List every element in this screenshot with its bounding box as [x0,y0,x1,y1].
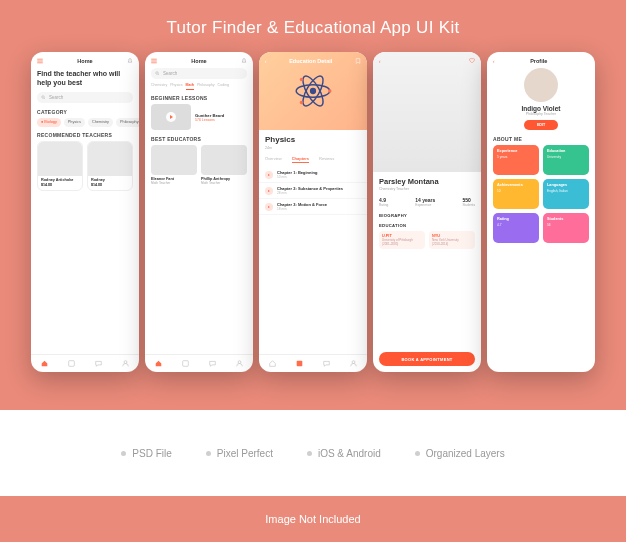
detail-tab[interactable]: Reviews [319,156,334,163]
svg-rect-13 [297,361,303,367]
uni-years: (2010-2014) [432,242,472,246]
university-row: U.PITUniversity of Pittsburgh(2001-2005)… [373,231,481,254]
edit-button[interactable]: EDIT [524,120,558,130]
bell-icon[interactable] [127,58,133,64]
about-grid: Experience5 yearsEducationUniversityAchi… [487,145,595,247]
profile-role: Philosophy Teacher [487,112,595,120]
search-input[interactable]: Search [37,92,133,103]
avatar[interactable] [524,68,558,102]
chat-icon[interactable] [323,360,330,367]
chapter-meta: 28 min [277,191,343,195]
feature-label: iOS & Android [318,448,381,459]
hero-text: Find the teacher who will help you best [31,68,139,92]
about-card-value: English, Italian [547,187,585,193]
lesson-thumbnail[interactable] [151,104,191,130]
subject-duration: 24m [259,146,367,154]
book-icon[interactable] [182,360,189,367]
bullet-icon [121,451,126,456]
bookmark-icon[interactable] [355,58,361,64]
tabbar [31,354,139,372]
svg-point-11 [300,78,303,81]
educator-role: Math Teacher [151,181,197,185]
education-label: EDUCATION [373,221,481,231]
educator-card[interactable]: Phillip AnthropyMath Teacher [201,145,247,185]
about-card[interactable]: EducationUniversity [543,145,589,175]
svg-point-6 [310,88,316,94]
feature-label: Pixel Perfect [217,448,273,459]
feature-item: iOS & Android [307,448,381,459]
chat-icon[interactable] [209,360,216,367]
teacher-card[interactable]: Rodney Artichoke$14.00 [37,141,83,191]
subject-tab[interactable]: Philosophy [197,83,215,90]
user-icon[interactable] [122,360,129,367]
subject-tab[interactable]: Math [186,83,194,90]
chapter-meta: 18 min [277,207,327,211]
bell-icon[interactable] [241,58,247,64]
teacher-card[interactable]: Rodney$14.00 [87,141,133,191]
about-card[interactable]: Achievements10 [493,179,539,209]
subject-tab[interactable]: Physics [170,83,182,90]
stat-item: 550Students [462,197,475,207]
detail-tab[interactable]: Chapters [292,156,309,163]
book-icon[interactable] [68,360,75,367]
header-title: Profile [495,58,584,64]
educator-photo [151,145,197,175]
about-card[interactable]: Rating4.7 [493,213,539,243]
header-title: Home [43,58,127,64]
chapter-meta: 10 min [277,175,317,179]
home-icon[interactable] [155,360,162,367]
chapter-item[interactable]: Chapter 3: Motion & Force18 min [259,199,367,215]
detail-tab[interactable]: Overview [265,156,282,163]
heart-icon[interactable] [469,58,475,64]
category-chip[interactable]: Philosophy [116,118,139,127]
home-icon[interactable] [41,360,48,367]
lesson-card[interactable]: Gunther Beard 576 Lessons [145,104,253,134]
book-appointment-button[interactable]: BOOK A APPOINTMENT [379,352,475,366]
chapter-item[interactable]: Chapter 2: Substance & Properties28 min [259,183,367,199]
stat-label: Experience [415,203,435,207]
play-icon[interactable] [265,187,273,195]
footnote: Image Not Included [0,496,626,542]
user-icon[interactable] [350,360,357,367]
about-me-label: ABOUT ME [487,134,595,145]
play-icon[interactable] [166,112,176,122]
category-chip[interactable]: ● Biology [37,118,61,127]
teacher-photo [38,142,82,176]
about-card-value: 5 years [497,153,535,159]
category-chip[interactable]: Chemistry [88,118,113,127]
subject-tab[interactable]: Chemistry [151,83,167,90]
play-icon[interactable] [265,203,273,211]
about-card-value: University [547,153,585,159]
back-icon[interactable]: ‹ [379,59,381,64]
university-card: U.PITUniversity of Pittsburgh(2001-2005) [379,231,425,249]
header-title: Home [157,58,241,64]
search-icon [41,95,46,100]
book-icon[interactable] [296,360,303,367]
about-card[interactable]: Students56 [543,213,589,243]
feature-label: Organized Layers [426,448,505,459]
user-icon[interactable] [236,360,243,367]
search-input[interactable]: Search [151,68,247,79]
feature-row: PSD FilePixel PerfectiOS & AndroidOrgani… [0,410,626,496]
home-icon[interactable] [269,360,276,367]
bullet-icon [307,451,312,456]
about-card-value: 10 [497,187,535,193]
kit-title: Tutor Finder & Educational App UI Kit [0,0,626,52]
header-title: Education Detail [267,58,356,64]
about-card[interactable]: Experience5 years [493,145,539,175]
teacher-price: $14.00 [88,182,132,190]
educator-grid: Eleanor FantMath TeacherPhillip Anthropy… [145,145,253,185]
teacher-price: $14.00 [38,182,82,190]
teacher-scroll[interactable]: Rodney Artichoke$14.00Rodney$14.00 [31,141,139,195]
about-card[interactable]: LanguagesEnglish, Italian [543,179,589,209]
chat-icon[interactable] [95,360,102,367]
teacher-photo [373,52,481,172]
svg-point-2 [124,361,127,364]
educator-card[interactable]: Eleanor FantMath Teacher [151,145,197,185]
subject-tab[interactable]: Coding [218,83,229,90]
play-icon[interactable] [265,171,273,179]
educator-role: Math Teacher [201,181,247,185]
chapter-item[interactable]: Chapter 1: Beginning10 min [259,167,367,183]
svg-point-3 [156,72,159,75]
category-chip[interactable]: Physics [64,118,85,127]
